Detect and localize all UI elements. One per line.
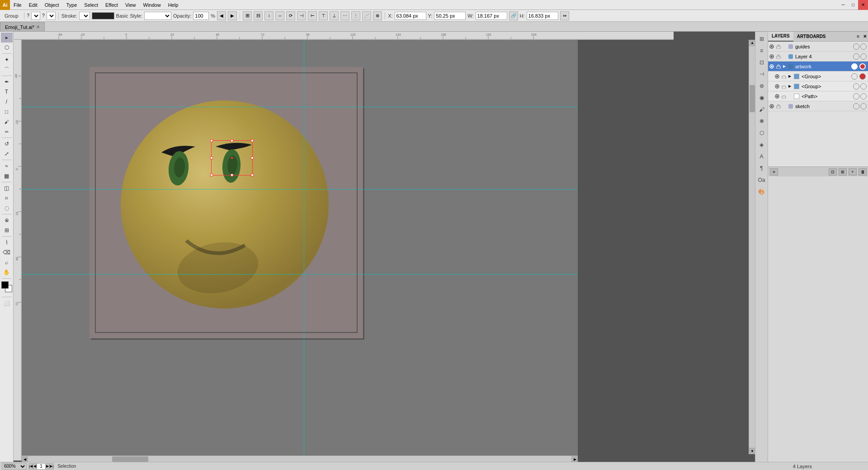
opacity-increase-btn[interactable]: ▶ bbox=[228, 11, 237, 20]
menu-effect[interactable]: Effect bbox=[102, 1, 122, 9]
artboard[interactable] bbox=[90, 67, 363, 338]
layer-expand-group1[interactable]: ▶ bbox=[787, 71, 793, 81]
layers-tab[interactable]: LAYERS bbox=[768, 32, 793, 42]
scroll-down-btn[interactable]: ▼ bbox=[749, 448, 755, 454]
layer-target-group1[interactable] bbox=[851, 73, 858, 80]
layer-lock-sketch[interactable] bbox=[775, 101, 782, 111]
transform-btn-3[interactable]: ↕ bbox=[264, 11, 274, 20]
layer-target-artwork[interactable] bbox=[851, 63, 858, 70]
artboard-tool-btn[interactable]: ⊞ bbox=[1, 225, 13, 235]
magic-wand-tool-btn[interactable]: ✦ bbox=[1, 55, 13, 65]
eyedropper-tool-btn[interactable]: ⌗ bbox=[1, 193, 13, 203]
layer-vis-artwork[interactable] bbox=[768, 62, 775, 71]
right-icon-11[interactable]: A bbox=[756, 151, 767, 162]
make-clipping-btn[interactable]: ⊡ bbox=[829, 168, 837, 176]
layer-lock-artwork[interactable] bbox=[775, 62, 782, 71]
delete-layer-btn[interactable]: 🗑 bbox=[859, 168, 867, 176]
scroll-left-btn[interactable]: ◀ bbox=[22, 456, 28, 462]
align-btn-6[interactable]: ⋮ bbox=[351, 11, 360, 20]
layer-expand-guides[interactable] bbox=[782, 42, 787, 52]
scale-tool-btn[interactable]: ⤢ bbox=[1, 149, 13, 159]
pencil-tool-btn[interactable]: ✏ bbox=[1, 127, 13, 137]
layer-vis-guides[interactable] bbox=[768, 42, 775, 52]
menu-help[interactable]: Help bbox=[165, 1, 182, 9]
right-icon-5[interactable]: ⊛ bbox=[756, 81, 767, 91]
line-tool-btn[interactable]: / bbox=[1, 97, 13, 107]
maximize-button[interactable]: □ bbox=[848, 0, 858, 10]
opacity-decrease-btn[interactable]: ◀ bbox=[217, 11, 226, 20]
x-coord-input[interactable] bbox=[395, 12, 426, 20]
layer-vis-group1[interactable] bbox=[774, 71, 781, 81]
layer-row-layer4[interactable]: Layer 4 bbox=[768, 52, 868, 62]
align-btn-3[interactable]: ⊤ bbox=[319, 11, 328, 20]
right-icon-14[interactable]: 🎨 bbox=[756, 186, 767, 197]
layer-row-group1[interactable]: ▶ <Group> bbox=[768, 71, 868, 81]
rect-tool-btn[interactable]: □ bbox=[1, 107, 13, 117]
lasso-tool-btn[interactable]: ⌒ bbox=[1, 65, 13, 75]
layer-lock-layer4[interactable] bbox=[775, 52, 782, 62]
h-scrollbar-thumb[interactable] bbox=[112, 456, 148, 462]
hand-tool-btn[interactable]: ✋ bbox=[1, 267, 13, 277]
layer-row-sketch[interactable]: sketch bbox=[768, 101, 868, 111]
layer-expand-sketch[interactable] bbox=[782, 101, 787, 111]
direct-selection-tool-btn[interactable]: ⬡ bbox=[1, 43, 13, 52]
menu-edit[interactable]: Edit bbox=[25, 1, 41, 9]
menu-object[interactable]: Object bbox=[41, 1, 63, 9]
transform-btn-1[interactable]: ⊞ bbox=[243, 11, 252, 20]
transform-btn-2[interactable]: ⊟ bbox=[254, 11, 263, 20]
symbol-tool-btn[interactable]: ※ bbox=[1, 215, 13, 225]
layer-target-sketch[interactable] bbox=[853, 103, 859, 109]
layer-vis-group2[interactable] bbox=[774, 81, 781, 91]
right-icon-4[interactable]: ⊣ bbox=[756, 69, 767, 80]
page-number-input[interactable] bbox=[37, 463, 46, 470]
layers-panel-close-btn[interactable]: ✕ bbox=[861, 34, 868, 39]
type-tool-btn[interactable]: T bbox=[1, 87, 13, 97]
stroke-select[interactable]: 1 bbox=[79, 12, 90, 20]
warp-tool-btn[interactable]: ≈ bbox=[1, 161, 13, 171]
scroll-right-btn[interactable]: ▶ bbox=[571, 456, 578, 462]
layer-target-path1[interactable] bbox=[853, 93, 859, 100]
layer-lock-path1[interactable] bbox=[781, 91, 787, 101]
zoom-tool-btn[interactable]: ⌕ bbox=[1, 257, 13, 267]
constrain-btn[interactable]: ⇔ bbox=[560, 11, 569, 20]
new-sublayer-btn[interactable]: ⊞ bbox=[839, 168, 847, 176]
layer-lock-group1[interactable] bbox=[781, 71, 787, 81]
layer-row-group2[interactable]: ▶ <Group> bbox=[768, 81, 868, 91]
prev-page-btn[interactable]: ◀ bbox=[33, 463, 37, 470]
h-coord-input[interactable] bbox=[527, 12, 558, 20]
tool-options-select[interactable] bbox=[31, 12, 40, 20]
right-icon-13[interactable]: Oa bbox=[756, 175, 767, 185]
pen-tool-btn[interactable]: ✒ bbox=[1, 77, 13, 87]
canvas-area[interactable] bbox=[22, 40, 578, 461]
scroll-up-btn[interactable]: ▲ bbox=[749, 40, 755, 46]
layer-target-group2[interactable] bbox=[853, 83, 859, 90]
paintbrush-tool-btn[interactable]: 🖌 bbox=[1, 117, 13, 127]
minimize-button[interactable]: ─ bbox=[838, 0, 848, 10]
layer-circle-sketch[interactable] bbox=[860, 103, 867, 109]
next-page-btn[interactable]: ▶ bbox=[46, 463, 49, 470]
right-icon-2[interactable]: ≡ bbox=[756, 45, 767, 56]
layer-expand-group2[interactable]: ▶ bbox=[787, 81, 793, 91]
menu-view[interactable]: View bbox=[122, 1, 140, 9]
layer-expand-artwork[interactable]: ▶ bbox=[782, 62, 787, 71]
menu-window[interactable]: Window bbox=[140, 1, 165, 9]
selection-tool-btn[interactable]: ▸ bbox=[1, 33, 13, 43]
align-btn-4[interactable]: ⊥ bbox=[330, 11, 339, 20]
h-scrollbar[interactable]: ◀ ▶ bbox=[22, 456, 578, 462]
layer-row-path1[interactable]: <Path> bbox=[768, 91, 868, 101]
transform-btn-4[interactable]: ↔ bbox=[275, 11, 284, 20]
layer-row-artwork[interactable]: ▶ artwork bbox=[768, 62, 868, 71]
layer-row-guides[interactable]: guides bbox=[768, 42, 868, 52]
align-btn-5[interactable]: ⋯ bbox=[340, 11, 349, 20]
zoom-select[interactable]: 600% 400% 200% 100% bbox=[2, 463, 27, 470]
align-btn-1[interactable]: ⊣ bbox=[297, 11, 306, 20]
layer-target-layer4[interactable] bbox=[853, 53, 859, 60]
v-scrollbar-thumb[interactable] bbox=[750, 85, 755, 112]
menu-file[interactable]: File bbox=[10, 1, 25, 9]
layer-target-guides[interactable] bbox=[853, 43, 859, 50]
foreground-color-swatch[interactable] bbox=[1, 281, 9, 289]
lock-aspect-btn[interactable]: 🔗 bbox=[509, 11, 518, 20]
layer-vis-path1[interactable] bbox=[774, 91, 781, 101]
tool-options-select2[interactable] bbox=[47, 12, 56, 20]
layer-vis-layer4[interactable] bbox=[768, 52, 775, 62]
